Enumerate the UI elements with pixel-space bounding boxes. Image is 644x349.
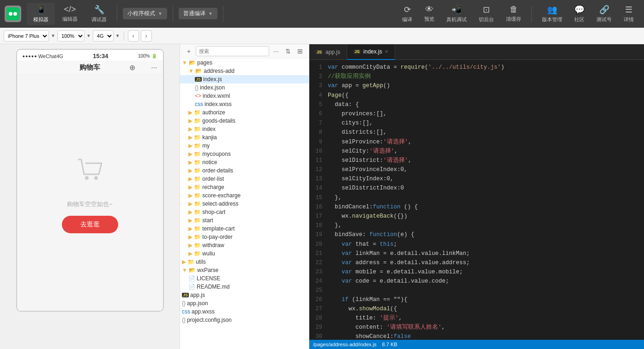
tree-item-project-config[interactable]: {}project.config.json xyxy=(180,316,309,324)
code-line-22: 22 var address = e.detail.value.address; xyxy=(309,258,644,267)
community-btn[interactable]: 💬 社区 xyxy=(569,3,590,25)
line-num-25: 25 xyxy=(309,286,328,295)
tree-item-pages[interactable]: ▼ 📂pages xyxy=(180,59,309,67)
tree-label-index-folder: index xyxy=(202,126,216,132)
test-icon: 🔗 xyxy=(599,5,609,15)
tree-label-start: start xyxy=(202,217,213,224)
file-icon: 📄 xyxy=(188,275,195,282)
real-machine-btn[interactable]: 📲 真机调试 xyxy=(441,3,472,25)
line-num-6: 6 xyxy=(309,110,328,118)
ft-sort-btn[interactable]: ⇅ xyxy=(283,46,293,56)
tab-index-js[interactable]: JS index.js × xyxy=(347,44,395,60)
folder-icon: ▶ 📁 xyxy=(182,259,194,265)
cut-bg-btn[interactable]: ⊡ 切后台 xyxy=(473,3,500,25)
clear-cache-btn[interactable]: 🗑 清缓存 xyxy=(500,3,527,24)
shop-btn[interactable]: 去逛逛 xyxy=(62,216,118,233)
editor-icon: </> xyxy=(64,5,76,14)
network-selector[interactable]: 4G xyxy=(93,30,114,41)
code-line-5: 5 data: { xyxy=(309,100,644,109)
tree-item-score-excharge[interactable]: ▶ 📁score-excharge xyxy=(180,191,309,200)
svg-point-1 xyxy=(9,12,12,16)
tree-item-app-js[interactable]: JSapp.js xyxy=(180,291,309,299)
file-icon: 📄 xyxy=(188,284,195,290)
line-num-19: 19 xyxy=(309,231,328,239)
tree-item-kanjia[interactable]: ▶ 📁kanjia xyxy=(180,133,309,142)
tree-item-index-js[interactable]: JSindex.js xyxy=(180,75,309,83)
svg-point-4 xyxy=(94,176,98,180)
clear-cache-icon: 🗑 xyxy=(510,5,518,14)
tree-item-withdraw[interactable]: ▶ 📁withdraw xyxy=(180,241,309,249)
tree-item-authorize[interactable]: ▶ 📁authorize xyxy=(180,108,309,117)
code-line-15: 15 }, xyxy=(309,193,644,202)
tree-item-index-wxml[interactable]: <>index.wxml xyxy=(180,92,309,100)
tree-item-utils[interactable]: ▶ 📁utils xyxy=(180,258,309,266)
code-text-19: bindSave: function(e) { xyxy=(328,230,415,239)
compile-dropdown[interactable]: 普通编译 ▼ xyxy=(179,8,217,19)
simulator-btn[interactable]: 📱 模拟器 xyxy=(27,3,55,25)
tree-label-utils: utils xyxy=(196,259,205,265)
tree-label-pages: pages xyxy=(197,59,212,66)
tree-item-select-address[interactable]: ▶ 📁select-address xyxy=(180,200,309,208)
tree-item-goods-details[interactable]: ▶ 📁goods-details xyxy=(180,117,309,125)
tab-index-js-close[interactable]: × xyxy=(385,48,388,55)
code-line-27: 27 wx.showModal({ xyxy=(309,304,644,314)
tree-item-mycoupons[interactable]: ▶ 📁mycoupons xyxy=(180,150,309,158)
zoom-arrow-icon: ▼ xyxy=(86,33,91,38)
filetree-search-input[interactable] xyxy=(196,46,269,56)
clear-cache-label: 清缓存 xyxy=(506,16,521,23)
code-line-28: 28 title: '提示', xyxy=(309,314,644,323)
tree-item-app-wxss[interactable]: cssapp.wxss xyxy=(180,308,309,316)
more-label: 详情 xyxy=(624,16,634,23)
code-line-30: 30 showCancel:false xyxy=(309,332,644,340)
cut-bg-label: 切后台 xyxy=(479,16,494,23)
phone-nav-dots-icon[interactable]: ··· xyxy=(151,64,157,72)
line-num-2: 2 xyxy=(309,72,328,81)
translate-btn[interactable]: ⟳ 编译 xyxy=(397,3,418,25)
test-btn[interactable]: 🔗 测试号 xyxy=(591,3,617,25)
tree-item-LICENSE[interactable]: 📄LICENSE xyxy=(180,274,309,283)
tree-item-to-pay-order[interactable]: ▶ 📁to-pay-order xyxy=(180,233,309,241)
tree-item-template-cart[interactable]: ▶ 📁template-cart xyxy=(180,225,309,233)
tree-item-wuliu[interactable]: ▶ 📁wuliu xyxy=(180,249,309,258)
tree-item-recharge[interactable]: ▶ 📁recharge xyxy=(180,183,309,191)
more-btn[interactable]: ☰ 详情 xyxy=(618,3,639,25)
js-icon: JS xyxy=(195,77,202,82)
tree-item-index-json[interactable]: {}index.json xyxy=(180,83,309,92)
ft-expand-btn[interactable]: ⊞ xyxy=(295,46,305,56)
tree-item-start[interactable]: ▶ 📁start xyxy=(180,216,309,225)
tree-item-notice[interactable]: ▶ 📁notice xyxy=(180,158,309,166)
line-num-10: 10 xyxy=(309,147,328,156)
tree-item-my[interactable]: ▶ 📁my xyxy=(180,142,309,150)
tree-item-README[interactable]: 📄README.md xyxy=(180,283,309,291)
tree-item-wxParse[interactable]: ▼ 📂wxParse xyxy=(180,266,309,274)
code-area[interactable]: 1var commonCityData = require('../../uti… xyxy=(309,60,644,340)
folder-icon: ▶ 📁 xyxy=(188,142,201,149)
tab-app-js[interactable]: JS app.js xyxy=(309,44,347,60)
nav-forward-btn[interactable]: › xyxy=(141,30,152,41)
zoom-selector[interactable]: 100% xyxy=(57,30,84,41)
tree-label-wxParse: wxParse xyxy=(197,267,218,273)
editor-btn[interactable]: </> 编辑器 xyxy=(56,3,84,24)
tree-item-order-details[interactable]: ▶ 📁order-details xyxy=(180,166,309,175)
tree-item-index-folder[interactable]: ▶ 📁index xyxy=(180,125,309,133)
code-text-26: if (linkMan == ""){ xyxy=(328,295,408,304)
device-selector[interactable]: iPhone 7 Plus xyxy=(4,30,49,41)
nav-back-btn[interactable]: ‹ xyxy=(128,30,139,41)
tree-item-index-wxss[interactable]: cssindex.wxss xyxy=(180,100,309,108)
preview-btn[interactable]: 👁 预览 xyxy=(419,3,440,24)
tree-item-app-json[interactable]: {}app.json xyxy=(180,299,309,308)
tree-label-app-json: app.json xyxy=(187,300,208,307)
simulator-icon: 📱 xyxy=(36,5,46,15)
tree-item-shop-cart[interactable]: ▶ 📁shop-cart xyxy=(180,208,309,216)
tree-label-shop-cart: shop-cart xyxy=(202,209,225,215)
phone-status-right: 100% 🔋 xyxy=(138,53,157,59)
debugger-btn[interactable]: 🔧 调试器 xyxy=(85,3,113,25)
separator-1 xyxy=(117,6,117,22)
version-btn[interactable]: 👥 版本管理 xyxy=(536,3,568,25)
add-file-btn[interactable]: + xyxy=(184,46,194,56)
mode-dropdown[interactable]: 小程序模式 ▼ xyxy=(123,8,167,19)
tree-item-order-list[interactable]: ▶ 📁order-list xyxy=(180,175,309,183)
ft-more-btn[interactable]: ··· xyxy=(271,46,281,56)
phone-nav-circle-icon[interactable]: ⊕ xyxy=(129,63,135,72)
tree-item-address-add[interactable]: ▼ 📂address-add xyxy=(180,67,309,75)
